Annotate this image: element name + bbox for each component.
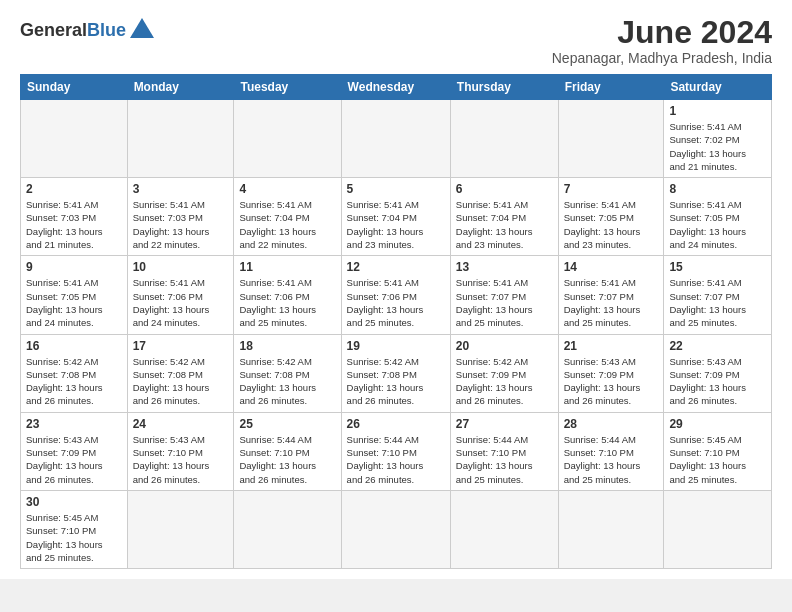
day-info: Sunrise: 5:43 AM Sunset: 7:09 PM Dayligh… [564, 355, 659, 408]
calendar-week-row: 2Sunrise: 5:41 AM Sunset: 7:03 PM Daylig… [21, 178, 772, 256]
table-row [558, 490, 664, 568]
day-info: Sunrise: 5:44 AM Sunset: 7:10 PM Dayligh… [564, 433, 659, 486]
day-info: Sunrise: 5:41 AM Sunset: 7:03 PM Dayligh… [26, 198, 122, 251]
day-info: Sunrise: 5:42 AM Sunset: 7:08 PM Dayligh… [347, 355, 445, 408]
day-info: Sunrise: 5:44 AM Sunset: 7:10 PM Dayligh… [239, 433, 335, 486]
day-number: 4 [239, 182, 335, 196]
day-info: Sunrise: 5:43 AM Sunset: 7:09 PM Dayligh… [26, 433, 122, 486]
table-row [127, 100, 234, 178]
day-number: 12 [347, 260, 445, 274]
day-number: 9 [26, 260, 122, 274]
table-row [234, 100, 341, 178]
page: GeneralBlue June 2024 Nepanagar, Madhya … [0, 0, 792, 579]
day-number: 20 [456, 339, 553, 353]
calendar-week-row: 23Sunrise: 5:43 AM Sunset: 7:09 PM Dayli… [21, 412, 772, 490]
calendar-week-row: 9Sunrise: 5:41 AM Sunset: 7:05 PM Daylig… [21, 256, 772, 334]
table-row: 7Sunrise: 5:41 AM Sunset: 7:05 PM Daylig… [558, 178, 664, 256]
table-row: 6Sunrise: 5:41 AM Sunset: 7:04 PM Daylig… [450, 178, 558, 256]
col-wednesday: Wednesday [341, 75, 450, 100]
table-row: 8Sunrise: 5:41 AM Sunset: 7:05 PM Daylig… [664, 178, 772, 256]
col-thursday: Thursday [450, 75, 558, 100]
day-number: 2 [26, 182, 122, 196]
day-info: Sunrise: 5:41 AM Sunset: 7:04 PM Dayligh… [347, 198, 445, 251]
table-row [664, 490, 772, 568]
table-row: 11Sunrise: 5:41 AM Sunset: 7:06 PM Dayli… [234, 256, 341, 334]
day-info: Sunrise: 5:41 AM Sunset: 7:03 PM Dayligh… [133, 198, 229, 251]
table-row [341, 100, 450, 178]
table-row: 1Sunrise: 5:41 AM Sunset: 7:02 PM Daylig… [664, 100, 772, 178]
table-row: 17Sunrise: 5:42 AM Sunset: 7:08 PM Dayli… [127, 334, 234, 412]
day-info: Sunrise: 5:41 AM Sunset: 7:04 PM Dayligh… [239, 198, 335, 251]
calendar-week-row: 30Sunrise: 5:45 AM Sunset: 7:10 PM Dayli… [21, 490, 772, 568]
day-info: Sunrise: 5:45 AM Sunset: 7:10 PM Dayligh… [26, 511, 122, 564]
table-row: 13Sunrise: 5:41 AM Sunset: 7:07 PM Dayli… [450, 256, 558, 334]
table-row: 9Sunrise: 5:41 AM Sunset: 7:05 PM Daylig… [21, 256, 128, 334]
table-row [558, 100, 664, 178]
day-number: 5 [347, 182, 445, 196]
day-info: Sunrise: 5:41 AM Sunset: 7:05 PM Dayligh… [26, 276, 122, 329]
day-info: Sunrise: 5:42 AM Sunset: 7:08 PM Dayligh… [26, 355, 122, 408]
table-row: 3Sunrise: 5:41 AM Sunset: 7:03 PM Daylig… [127, 178, 234, 256]
table-row: 30Sunrise: 5:45 AM Sunset: 7:10 PM Dayli… [21, 490, 128, 568]
day-number: 15 [669, 260, 766, 274]
day-info: Sunrise: 5:43 AM Sunset: 7:10 PM Dayligh… [133, 433, 229, 486]
day-info: Sunrise: 5:42 AM Sunset: 7:08 PM Dayligh… [133, 355, 229, 408]
table-row: 19Sunrise: 5:42 AM Sunset: 7:08 PM Dayli… [341, 334, 450, 412]
day-number: 3 [133, 182, 229, 196]
day-info: Sunrise: 5:42 AM Sunset: 7:08 PM Dayligh… [239, 355, 335, 408]
day-number: 11 [239, 260, 335, 274]
day-number: 26 [347, 417, 445, 431]
table-row [341, 490, 450, 568]
day-number: 16 [26, 339, 122, 353]
col-monday: Monday [127, 75, 234, 100]
table-row: 12Sunrise: 5:41 AM Sunset: 7:06 PM Dayli… [341, 256, 450, 334]
table-row: 14Sunrise: 5:41 AM Sunset: 7:07 PM Dayli… [558, 256, 664, 334]
table-row: 25Sunrise: 5:44 AM Sunset: 7:10 PM Dayli… [234, 412, 341, 490]
table-row: 16Sunrise: 5:42 AM Sunset: 7:08 PM Dayli… [21, 334, 128, 412]
table-row: 18Sunrise: 5:42 AM Sunset: 7:08 PM Dayli… [234, 334, 341, 412]
day-number: 18 [239, 339, 335, 353]
day-number: 19 [347, 339, 445, 353]
day-info: Sunrise: 5:41 AM Sunset: 7:07 PM Dayligh… [564, 276, 659, 329]
day-info: Sunrise: 5:41 AM Sunset: 7:06 PM Dayligh… [133, 276, 229, 329]
day-number: 1 [669, 104, 766, 118]
table-row: 5Sunrise: 5:41 AM Sunset: 7:04 PM Daylig… [341, 178, 450, 256]
day-number: 27 [456, 417, 553, 431]
day-number: 28 [564, 417, 659, 431]
title-section: June 2024 Nepanagar, Madhya Pradesh, Ind… [552, 16, 772, 66]
table-row: 4Sunrise: 5:41 AM Sunset: 7:04 PM Daylig… [234, 178, 341, 256]
table-row: 15Sunrise: 5:41 AM Sunset: 7:07 PM Dayli… [664, 256, 772, 334]
day-info: Sunrise: 5:41 AM Sunset: 7:06 PM Dayligh… [347, 276, 445, 329]
header: GeneralBlue June 2024 Nepanagar, Madhya … [20, 16, 772, 66]
logo-blue: Blue [87, 20, 126, 40]
table-row [21, 100, 128, 178]
table-row: 21Sunrise: 5:43 AM Sunset: 7:09 PM Dayli… [558, 334, 664, 412]
day-number: 25 [239, 417, 335, 431]
calendar-header-row: Sunday Monday Tuesday Wednesday Thursday… [21, 75, 772, 100]
calendar-week-row: 1Sunrise: 5:41 AM Sunset: 7:02 PM Daylig… [21, 100, 772, 178]
calendar-week-row: 16Sunrise: 5:42 AM Sunset: 7:08 PM Dayli… [21, 334, 772, 412]
table-row: 22Sunrise: 5:43 AM Sunset: 7:09 PM Dayli… [664, 334, 772, 412]
day-info: Sunrise: 5:41 AM Sunset: 7:02 PM Dayligh… [669, 120, 766, 173]
table-row [127, 490, 234, 568]
table-row: 2Sunrise: 5:41 AM Sunset: 7:03 PM Daylig… [21, 178, 128, 256]
day-number: 17 [133, 339, 229, 353]
col-friday: Friday [558, 75, 664, 100]
day-number: 13 [456, 260, 553, 274]
table-row: 29Sunrise: 5:45 AM Sunset: 7:10 PM Dayli… [664, 412, 772, 490]
day-number: 24 [133, 417, 229, 431]
table-row: 24Sunrise: 5:43 AM Sunset: 7:10 PM Dayli… [127, 412, 234, 490]
day-info: Sunrise: 5:41 AM Sunset: 7:05 PM Dayligh… [669, 198, 766, 251]
day-number: 8 [669, 182, 766, 196]
col-saturday: Saturday [664, 75, 772, 100]
day-info: Sunrise: 5:41 AM Sunset: 7:06 PM Dayligh… [239, 276, 335, 329]
logo-icon [128, 16, 156, 44]
table-row [450, 490, 558, 568]
day-info: Sunrise: 5:41 AM Sunset: 7:05 PM Dayligh… [564, 198, 659, 251]
table-row: 26Sunrise: 5:44 AM Sunset: 7:10 PM Dayli… [341, 412, 450, 490]
day-number: 6 [456, 182, 553, 196]
table-row: 20Sunrise: 5:42 AM Sunset: 7:09 PM Dayli… [450, 334, 558, 412]
day-info: Sunrise: 5:41 AM Sunset: 7:07 PM Dayligh… [456, 276, 553, 329]
day-info: Sunrise: 5:44 AM Sunset: 7:10 PM Dayligh… [347, 433, 445, 486]
table-row: 10Sunrise: 5:41 AM Sunset: 7:06 PM Dayli… [127, 256, 234, 334]
